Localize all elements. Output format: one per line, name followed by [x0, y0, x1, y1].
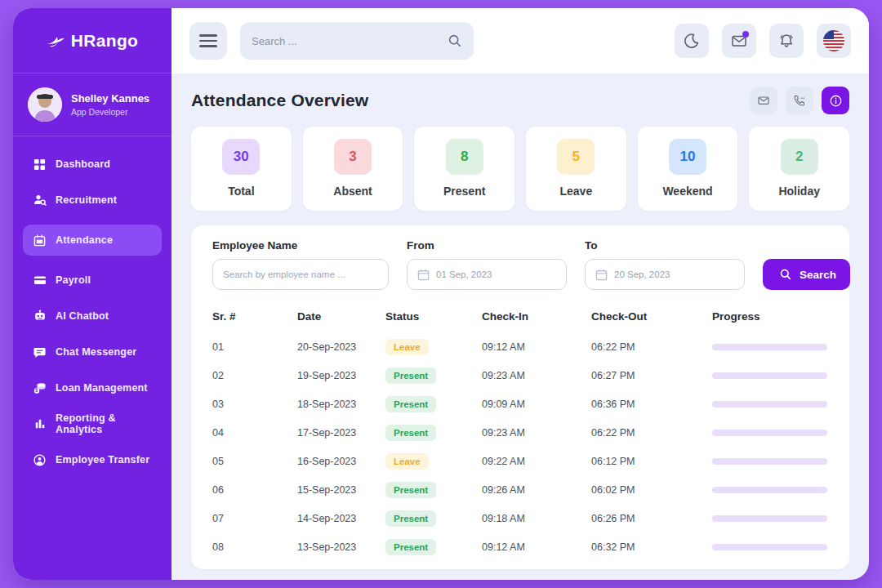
table-row: 07 14-Sep-2023 Present 09:18 AM 06:26 PM — [212, 504, 828, 532]
filter-search-button[interactable]: Search — [763, 259, 850, 290]
sidebar-item-attendance[interactable]: Attendance — [23, 225, 162, 256]
main-area: Attendance Overview 30 Total — [172, 8, 869, 580]
sidebar-item-employee-transfer[interactable]: Employee Transfer — [23, 445, 162, 474]
messages-button[interactable] — [722, 24, 756, 58]
table-row: 03 18-Sep-2023 Present 09:09 AM 06:36 PM — [212, 390, 828, 418]
status-badge: Present — [385, 510, 436, 527]
global-search-input[interactable] — [252, 35, 439, 47]
column-header: Check-In — [482, 310, 591, 323]
from-date-picker[interactable]: 01 Sep, 2023 — [407, 259, 567, 290]
sidebar-item-reporting-analytics[interactable]: Reporting & Analytics — [23, 409, 162, 439]
status-badge: Present — [385, 396, 436, 412]
sidebar-item-chat-messenger[interactable]: Chat Messenger — [23, 337, 162, 367]
sidebar-item-label: Employee Transfer — [56, 454, 149, 466]
column-header: Date — [297, 310, 385, 323]
check-in-cell: 09:12 AM — [482, 541, 591, 553]
dark-mode-button[interactable] — [675, 24, 709, 58]
table-row: 08 13-Sep-2023 Present 09:12 AM 06:32 PM — [212, 532, 828, 561]
date-cell: 16-Sep-2023 — [297, 456, 385, 467]
sidebar-item-dashboard[interactable]: Dashboard — [23, 149, 162, 179]
sr-cell: 03 — [212, 399, 297, 410]
stat-label: Weekend — [644, 185, 732, 198]
status-badge: Present — [385, 368, 436, 384]
menu-toggle-button[interactable] — [189, 22, 227, 60]
sidebar-item-label: AI Chatbot — [56, 310, 109, 322]
date-cell: 15-Sep-2023 — [297, 484, 385, 496]
mail-icon — [757, 94, 770, 107]
check-in-cell: 09:26 AM — [482, 484, 591, 496]
from-date-value: 01 Sep, 2023 — [436, 270, 492, 279]
progress-bar — [712, 430, 827, 436]
us-flag-icon — [823, 30, 844, 51]
table-header-row: Sr. # Date Status Check-In Check-Out Pro… — [212, 303, 828, 329]
employee-name-input[interactable] — [223, 270, 378, 279]
content: Attendance Overview 30 Total — [172, 74, 869, 580]
filter-search-label: Search — [800, 269, 836, 281]
from-date-label: From — [407, 239, 567, 252]
stat-label: Leave — [532, 185, 620, 198]
check-in-cell: 09:23 AM — [482, 427, 591, 439]
sr-cell: 01 — [212, 341, 297, 353]
sidebar-item-ai-chatbot[interactable]: AI Chatbot — [23, 301, 162, 331]
stat-label: Present — [421, 185, 508, 198]
column-header: Status — [385, 310, 482, 323]
progress-bar — [712, 401, 827, 408]
phone-icon — [793, 94, 806, 107]
info-action-button[interactable] — [822, 87, 849, 114]
sidebar-item-label: Dashboard — [56, 158, 110, 170]
call-action-button[interactable] — [786, 87, 813, 114]
user-name: Shelley Kannes — [71, 92, 149, 105]
table-row: 02 19-Sep-2023 Present 09:23 AM 06:27 PM — [212, 361, 828, 390]
status-badge: Present — [385, 482, 436, 498]
status-badge: Present — [385, 539, 436, 555]
stat-value: 2 — [781, 139, 818, 175]
recruitment-icon — [33, 194, 47, 207]
column-header: Progress — [712, 310, 828, 323]
sidebar-nav: Dashboard Recruitment Attendance Payroll… — [13, 136, 172, 494]
stat-value: 5 — [557, 139, 595, 175]
progress-bar — [712, 544, 827, 550]
notifications-button[interactable] — [769, 24, 804, 58]
sr-cell: 06 — [212, 484, 297, 496]
credit-card-icon — [33, 274, 47, 287]
check-in-cell: 09:09 AM — [482, 399, 591, 410]
stat-card-total: 30 Total — [191, 127, 292, 211]
sr-cell: 02 — [212, 370, 297, 381]
sidebar-item-label: Attendance — [56, 234, 113, 246]
moon-icon — [684, 33, 700, 49]
table-row: 01 20-Sep-2023 Leave 09:12 AM 06:22 PM — [212, 332, 828, 361]
sidebar-item-recruitment[interactable]: Recruitment — [23, 185, 162, 215]
sidebar-item-payroll[interactable]: Payroll — [23, 265, 162, 295]
sidebar-item-label: Payroll — [56, 274, 91, 286]
check-out-cell: 06:27 PM — [591, 370, 712, 381]
user-profile[interactable]: Shelley Kannes App Developer — [13, 74, 172, 136]
progress-bar — [712, 344, 827, 350]
progress-bar — [712, 515, 827, 522]
stat-value: 8 — [446, 139, 483, 175]
avatar — [28, 87, 62, 122]
sidebar-item-label: Reporting & Analytics — [56, 412, 152, 435]
stat-card-present: 8 Present — [414, 127, 514, 211]
progress-bar — [712, 487, 827, 493]
date-cell: 20-Sep-2023 — [297, 341, 385, 353]
to-date-picker[interactable]: 20 Sep, 2023 — [585, 259, 745, 290]
sidebar-item-loan-management[interactable]: $ Loan Management — [23, 373, 162, 403]
column-header: Check-Out — [591, 310, 712, 323]
stat-label: Absent — [310, 185, 397, 198]
brand-name: HRango — [71, 31, 138, 51]
sidebar: HRango Shelley Kannes App Developer Dash… — [13, 8, 172, 580]
calendar-icon — [417, 269, 430, 281]
topbar — [172, 8, 869, 74]
search-icon — [448, 33, 462, 48]
chat-bubble-icon — [33, 345, 47, 359]
stat-card-absent: 3 Absent — [303, 127, 403, 211]
check-out-cell: 06:12 PM — [591, 456, 712, 467]
email-action-button[interactable] — [750, 87, 777, 114]
wing-icon — [47, 33, 68, 49]
sidebar-item-label: Recruitment — [56, 194, 117, 206]
column-header: Sr. # — [212, 310, 297, 323]
language-button[interactable] — [817, 24, 851, 58]
employee-name-label: Employee Name — [212, 239, 389, 252]
check-in-cell: 09:18 AM — [482, 513, 591, 524]
stat-label: Holiday — [755, 185, 843, 198]
